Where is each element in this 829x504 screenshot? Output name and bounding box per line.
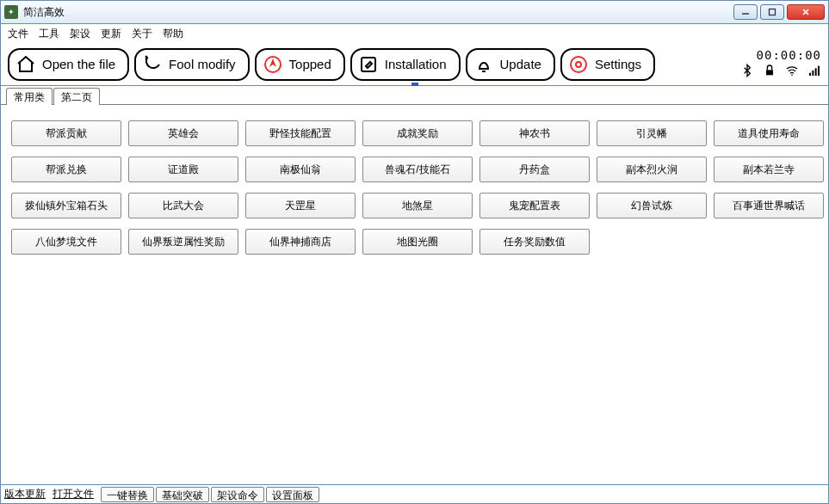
bottom-tab-replace[interactable]: 一键替换 — [101, 487, 154, 502]
app-icon: ✦ — [4, 5, 18, 19]
menu-update[interactable]: 更新 — [101, 27, 121, 41]
grid-button[interactable]: 引灵幡 — [597, 120, 707, 146]
grid-button[interactable]: 帮派兑换 — [11, 157, 121, 182]
minimize-button[interactable] — [733, 4, 758, 20]
toolbar-label: Installation — [385, 57, 447, 71]
top-tabs: 常用类 第二页 — [0, 86, 829, 105]
svg-point-9 — [576, 62, 581, 67]
installation-button[interactable]: Installation — [350, 48, 461, 81]
grid-button[interactable]: 副本烈火涧 — [597, 157, 707, 182]
grid-button[interactable]: 道具使用寿命 — [714, 120, 824, 146]
menu-tools[interactable]: 工具 — [39, 27, 59, 41]
settings-button[interactable]: Settings — [560, 48, 655, 81]
grid-button[interactable]: 拨仙镇外宝箱石头 — [11, 193, 121, 218]
edit-icon — [357, 53, 380, 76]
grid-button[interactable]: 成就奖励 — [362, 120, 473, 146]
bluetooth-icon — [740, 64, 754, 80]
menu-setup[interactable]: 架设 — [70, 27, 90, 41]
toolbar-label: Open the file — [42, 57, 115, 71]
bottom-link-version[interactable]: 版本更新 — [4, 487, 46, 501]
menu-help[interactable]: 帮助 — [163, 27, 183, 41]
button-grid: 帮派贡献英雄会野怪技能配置成就奖励神农书引灵幡道具使用寿命帮派兑换证道殿南极仙翁… — [11, 120, 818, 255]
grid-button[interactable]: 兽魂石/技能石 — [362, 157, 473, 182]
tab-page2[interactable]: 第二页 — [53, 88, 100, 105]
maximize-button[interactable] — [760, 4, 784, 20]
svg-point-8 — [571, 57, 586, 72]
tab-common[interactable]: 常用类 — [6, 88, 53, 105]
fool-modify-button[interactable]: Fool modify — [134, 48, 250, 81]
grid-button[interactable]: 副本若兰寺 — [714, 157, 824, 182]
bell-icon — [473, 53, 495, 76]
window-title: 简洁高效 — [23, 5, 65, 20]
grid-button[interactable]: 地图光圈 — [362, 229, 473, 255]
svg-rect-12 — [809, 73, 811, 76]
home-icon — [15, 53, 37, 76]
titlebar: ✦ 简洁高效 — [0, 0, 829, 24]
menu-about[interactable]: 关于 — [132, 27, 152, 41]
grid-button[interactable]: 任务奖励数值 — [479, 229, 590, 255]
bottom-tab-panel[interactable]: 设置面板 — [266, 487, 319, 502]
grid-button[interactable]: 天罡星 — [245, 193, 356, 218]
close-button[interactable] — [787, 4, 825, 20]
grid-button[interactable]: 帮派贡献 — [11, 120, 121, 146]
svg-rect-14 — [815, 68, 817, 76]
grid-button[interactable]: 仙界神捕商店 — [245, 229, 356, 255]
grid-button[interactable]: 百事通世界喊话 — [714, 193, 824, 218]
bottom-tab-breakthrough[interactable]: 基础突破 — [156, 487, 209, 502]
menubar: 文件 工具 架设 更新 关于 帮助 — [0, 24, 829, 43]
nav-icon — [262, 53, 284, 76]
svg-rect-1 — [770, 9, 776, 15]
grid-button[interactable]: 南极仙翁 — [245, 157, 356, 182]
svg-point-11 — [791, 75, 793, 77]
signal-icon — [807, 64, 821, 80]
toolbar-label: Settings — [595, 57, 641, 71]
topped-button[interactable]: Topped — [255, 48, 345, 81]
svg-rect-13 — [812, 71, 814, 76]
toolbar-label: Update — [500, 57, 541, 71]
clock: 00:00:00 — [757, 48, 821, 62]
update-button[interactable]: Update — [466, 48, 555, 81]
bottom-link-open[interactable]: 打开文件 — [53, 487, 94, 501]
wifi-icon — [785, 64, 799, 80]
lock-icon — [763, 64, 776, 80]
grid-button[interactable]: 鬼宠配置表 — [479, 193, 590, 218]
svg-rect-15 — [818, 66, 820, 76]
gear-icon — [567, 53, 590, 76]
sync-icon — [141, 53, 164, 76]
grid-button[interactable]: 幻兽试炼 — [597, 193, 707, 218]
toolbar-label: Fool modify — [169, 57, 236, 71]
grid-button[interactable]: 八仙梦境文件 — [11, 229, 121, 255]
status-icons — [740, 64, 821, 80]
grid-button[interactable]: 地煞星 — [362, 193, 473, 218]
grid-button[interactable]: 比武大会 — [128, 193, 238, 218]
bottom-tabs: 版本更新 打开文件 一键替换 基础突破 架设命令 设置面板 — [0, 485, 829, 504]
grid-button[interactable]: 证道殿 — [128, 157, 238, 182]
grid-button[interactable]: 神农书 — [479, 120, 590, 146]
grid-button[interactable]: 仙界叛逆属性奖励 — [128, 229, 238, 255]
grid-button[interactable]: 野怪技能配置 — [245, 120, 356, 146]
toolbar-label: Topped — [289, 57, 331, 71]
bottom-tab-command[interactable]: 架设命令 — [211, 487, 264, 502]
svg-rect-10 — [766, 70, 773, 75]
menu-file[interactable]: 文件 — [8, 27, 28, 41]
grid-button[interactable]: 英雄会 — [128, 120, 238, 146]
content-area: 帮派贡献英雄会野怪技能配置成就奖励神农书引灵幡道具使用寿命帮派兑换证道殿南极仙翁… — [0, 105, 829, 485]
open-file-button[interactable]: Open the file — [8, 48, 129, 81]
toolbar: Open the file Fool modify Topped Install… — [0, 43, 829, 86]
svg-marker-5 — [269, 58, 276, 67]
grid-button[interactable]: 丹药盒 — [479, 157, 590, 182]
